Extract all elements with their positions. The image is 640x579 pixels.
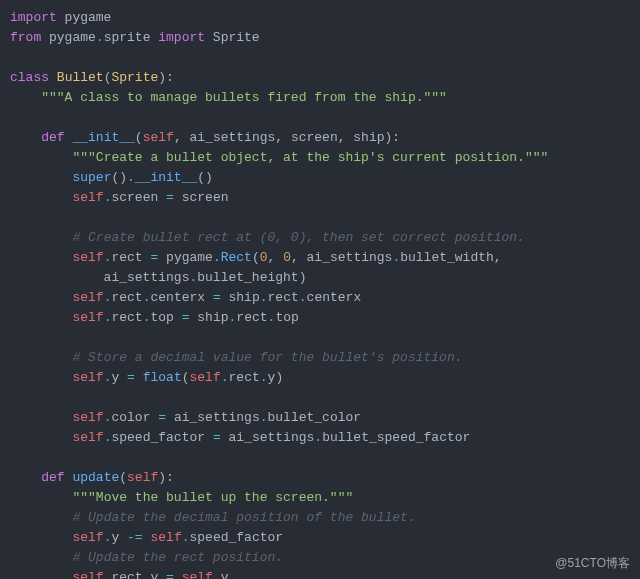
code-line: def update(self): bbox=[10, 468, 630, 488]
code-line: """A class to manage bullets fired from … bbox=[10, 88, 630, 108]
code-line: """Move the bullet up the screen.""" bbox=[10, 488, 630, 508]
code-line bbox=[10, 208, 630, 228]
code-line: self.rect.y = self.y bbox=[10, 568, 630, 579]
code-line: self.speed_factor = ai_settings.bullet_s… bbox=[10, 428, 630, 448]
code-line: self.screen = screen bbox=[10, 188, 630, 208]
code-line bbox=[10, 108, 630, 128]
code-line: from pygame.sprite import Sprite bbox=[10, 28, 630, 48]
code-line: self.rect.centerx = ship.rect.centerx bbox=[10, 288, 630, 308]
code-line: def __init__(self, ai_settings, screen, … bbox=[10, 128, 630, 148]
code-line: class Bullet(Sprite): bbox=[10, 68, 630, 88]
watermark: @51CTO博客 bbox=[555, 553, 630, 573]
code-line bbox=[10, 388, 630, 408]
code-line: ai_settings.bullet_height) bbox=[10, 268, 630, 288]
code-line: self.rect = pygame.Rect(0, 0, ai_setting… bbox=[10, 248, 630, 268]
code-line: self.y = float(self.rect.y) bbox=[10, 368, 630, 388]
code-line: self.rect.top = ship.rect.top bbox=[10, 308, 630, 328]
code-line: import pygame bbox=[10, 8, 630, 28]
code-line bbox=[10, 48, 630, 68]
code-line: """Create a bullet object, at the ship's… bbox=[10, 148, 630, 168]
code-line: self.y -= self.speed_factor bbox=[10, 528, 630, 548]
code-line: # Store a decimal value for the bullet's… bbox=[10, 348, 630, 368]
code-line: # Create bullet rect at (0, 0), then set… bbox=[10, 228, 630, 248]
code-line: super().__init__() bbox=[10, 168, 630, 188]
code-line bbox=[10, 448, 630, 468]
code-line: self.color = ai_settings.bullet_color bbox=[10, 408, 630, 428]
code-line bbox=[10, 328, 630, 348]
code-line: # Update the rect position. bbox=[10, 548, 630, 568]
code-line: # Update the decimal position of the bul… bbox=[10, 508, 630, 528]
code-block: import pygamefrom pygame.sprite import S… bbox=[0, 0, 640, 579]
